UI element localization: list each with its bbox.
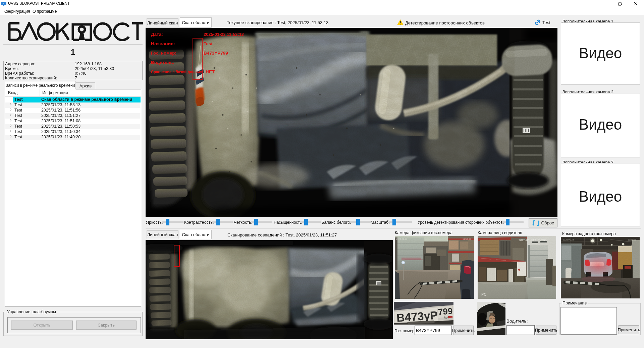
svg-text:Сравнение с базой данных:: Сравнение с базой данных:	[151, 69, 203, 74]
svg-text:799: 799	[438, 306, 453, 317]
svg-text:Дата:: Дата:	[151, 32, 163, 37]
svg-text:Название:: Название:	[151, 41, 175, 46]
svg-text:Гос. номер:: Гос. номер:	[151, 51, 176, 56]
svg-text:Водитель:: Водитель:	[151, 60, 174, 65]
svg-text:2025-01-23 11:53:13: 2025-01-23 11:53:13	[204, 32, 244, 37]
svg-text:Test: Test	[204, 41, 213, 46]
svg-text:НЕТ: НЕТ	[206, 69, 215, 74]
svg-text:B473YP799: B473YP799	[204, 51, 228, 56]
